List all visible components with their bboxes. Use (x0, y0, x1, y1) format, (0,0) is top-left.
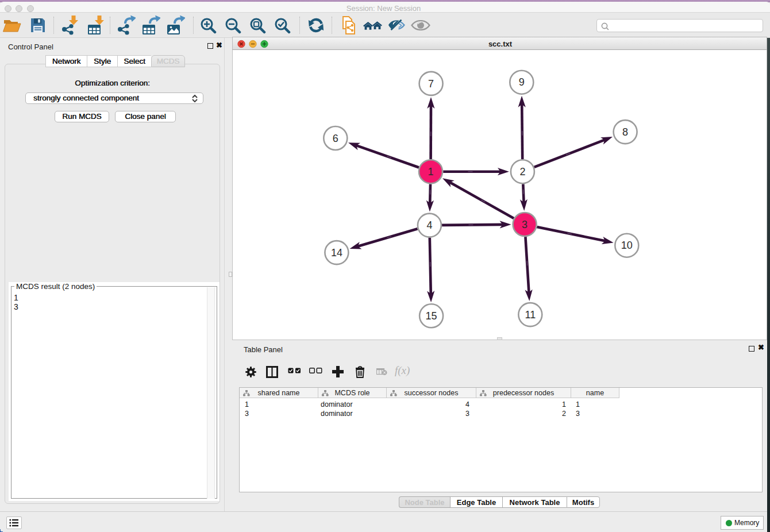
svg-text:3: 3 (522, 219, 528, 230)
svg-text:6: 6 (333, 133, 338, 144)
svg-text:2: 2 (519, 166, 525, 178)
svg-text:1: 1 (428, 166, 433, 178)
svg-text:14: 14 (331, 247, 342, 259)
svg-text:4: 4 (426, 219, 432, 231)
svg-text:10: 10 (621, 240, 633, 251)
svg-text:7: 7 (428, 78, 434, 90)
svg-text:8: 8 (622, 126, 628, 138)
svg-text:11: 11 (525, 309, 536, 321)
svg-text:15: 15 (426, 310, 437, 322)
svg-text:9: 9 (519, 76, 525, 88)
